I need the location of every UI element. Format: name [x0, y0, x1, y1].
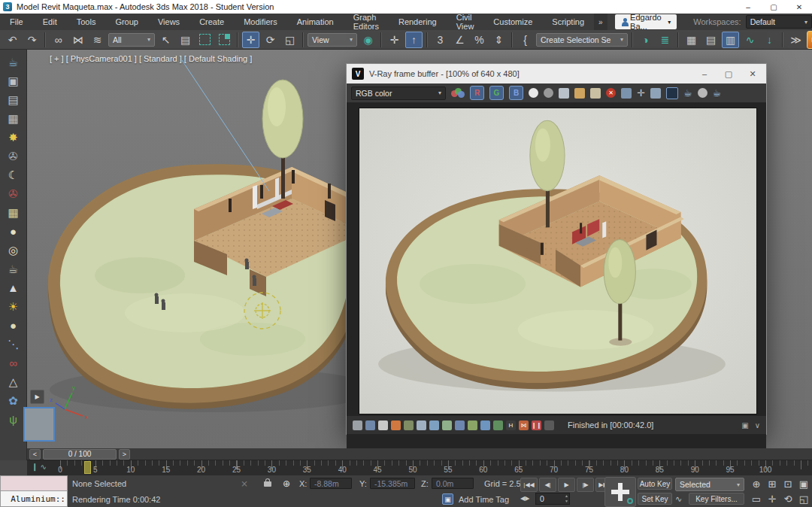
ribbon-toggle[interactable]: ▥ — [722, 32, 739, 48]
menu-item-rendering[interactable]: Rendering — [389, 14, 447, 30]
selection-filter-dropdown[interactable]: All▾ — [108, 33, 155, 47]
vray-frame-buffer-window[interactable]: V V-Ray frame buffer - [100% of 640 x 48… — [346, 63, 767, 435]
vfb-flip-icon[interactable]: ⋈ — [519, 420, 529, 430]
plane-icon[interactable]: ▦ — [2, 203, 25, 222]
bind-to-spacewarp-button[interactable]: ≋ — [89, 32, 106, 48]
mirror-button[interactable]: ◑ — [637, 32, 654, 48]
maximize-button[interactable]: ▢ — [761, 0, 786, 14]
test-sphere-icon[interactable] — [698, 88, 707, 98]
use-pivot-center-button[interactable]: ◉ — [359, 32, 377, 48]
add-time-tag-button[interactable]: Add Time Tag — [459, 495, 509, 504]
orbit-button[interactable]: ⟲ — [780, 492, 795, 506]
film-camera-icon[interactable]: ✇ — [2, 184, 25, 203]
play-button[interactable]: ▶ — [558, 478, 575, 492]
select-and-link-button[interactable]: ∞ — [50, 32, 67, 48]
previous-frame-button[interactable]: ◀| — [539, 478, 556, 492]
auto-key-button[interactable]: Auto Key — [638, 478, 672, 490]
clear-image-button[interactable]: ✕ — [606, 88, 616, 98]
workspace-dropdown[interactable]: Default ▾ — [746, 15, 812, 29]
toolbar-overflow-button[interactable]: ≫ — [787, 32, 804, 48]
unlink-selection-button[interactable]: ⋈ — [69, 32, 86, 48]
render-setup-button[interactable]: ↓ — [761, 32, 778, 48]
vfb-dock-button[interactable]: ▣ — [741, 421, 748, 430]
reference-coordinate-dropdown[interactable]: View▾ — [308, 33, 357, 47]
menu-item-create[interactable]: Create — [189, 14, 234, 30]
select-and-move-button[interactable]: ✛ — [242, 32, 259, 48]
save-image-button[interactable] — [559, 88, 569, 99]
maxscript-mini-listener[interactable] — [0, 475, 68, 491]
sphere-icon[interactable]: ● — [2, 316, 25, 335]
vfb-exposure-icon[interactable] — [391, 420, 401, 430]
menu-item-views[interactable]: Views — [148, 14, 189, 30]
key-filters-button[interactable]: Key Filters... — [689, 493, 744, 505]
menu-item-modifiers[interactable]: Modifiers — [234, 14, 287, 30]
menu-item-edit[interactable]: Edit — [33, 14, 67, 30]
current-frame-field[interactable]: 0 ▲▼ — [535, 493, 570, 505]
vfb-hue-icon[interactable] — [468, 420, 477, 430]
vfb-titlebar[interactable]: V V-Ray frame buffer - [100% of 640 x 48… — [347, 64, 766, 83]
cone-icon[interactable]: ▲ — [2, 278, 25, 297]
schedule-list-icon[interactable]: ▤ — [2, 90, 25, 109]
trackbar-filter-icons[interactable]: ❙∿ — [32, 463, 49, 471]
layer-explorer-toggle[interactable]: ▤ — [702, 32, 720, 48]
pan-button[interactable]: ✛ — [765, 492, 780, 506]
snaps-toggle[interactable]: 3 — [432, 32, 449, 48]
vfb-levels-icon[interactable] — [417, 420, 426, 430]
z-coordinate-field[interactable]: 0.0m — [432, 478, 474, 489]
align-button[interactable]: ≣ — [656, 32, 674, 48]
vfb-expand-button[interactable]: ∨ — [755, 421, 760, 430]
vfb-bloom-icon[interactable] — [480, 420, 490, 430]
select-and-manipulate-button[interactable]: ✛ — [386, 32, 403, 48]
menu-item-scripting[interactable]: Scripting — [542, 14, 594, 30]
toolbar-flyout-button[interactable]: ▶ — [30, 390, 44, 404]
vfb-h-icon[interactable]: H — [506, 420, 516, 430]
menu-item-graph-editors[interactable]: Graph Editors — [344, 14, 389, 30]
named-selection-sets-dropdown[interactable]: Create Selection Se▾ — [536, 33, 628, 47]
redo-button[interactable]: ↷ — [23, 32, 41, 48]
menu-item-group[interactable]: Group — [105, 14, 148, 30]
viewport-label[interactable]: [ + ] [ PhysCamera001 ] [ Standard ] [ D… — [50, 54, 252, 63]
menu-overflow-button[interactable]: » — [594, 14, 607, 30]
next-frame-button[interactable]: |▶ — [577, 478, 594, 492]
absolute-mode-transform-icon[interactable]: ⊕ — [283, 478, 290, 489]
vfb-rendered-image[interactable] — [359, 108, 757, 414]
time-tag-icon[interactable]: ▣ — [442, 493, 453, 505]
previous-frame-step-button[interactable]: < — [29, 449, 41, 460]
user-account-button[interactable]: Edgardo Ba... ▾ — [615, 14, 677, 29]
menu-item-tools[interactable]: Tools — [67, 14, 106, 30]
maximize-viewport-button[interactable]: ◱ — [796, 492, 811, 506]
go-to-start-button[interactable]: |◀◀ — [520, 478, 538, 492]
duplicate-to-host-button[interactable] — [621, 88, 632, 99]
scene-explorer-toggle[interactable]: ▦ — [683, 32, 700, 48]
time-slider-field[interactable]: 0 / 100 — [43, 449, 117, 460]
molecule-icon[interactable]: ∞ — [2, 354, 25, 372]
render-last-button[interactable]: ☕ — [683, 87, 692, 99]
zoom-button[interactable]: ⊕ — [749, 477, 764, 491]
material-sample-slot[interactable] — [23, 407, 55, 442]
region-render-toggle[interactable] — [650, 88, 661, 99]
default-tangents-icon[interactable]: ∿ — [675, 494, 682, 504]
menu-item-animation[interactable]: Animation — [287, 14, 344, 30]
spinner-snap-toggle[interactable]: ⇕ — [490, 32, 508, 48]
zoom-extents-all-button[interactable]: ▣ — [796, 477, 811, 491]
vfb-close-button[interactable]: ✕ — [741, 64, 765, 83]
pixel-aid-button[interactable] — [666, 87, 678, 99]
vfb-save-icon[interactable] — [353, 420, 362, 430]
undo-button[interactable]: ↶ — [4, 32, 21, 48]
vfb-lut-icon[interactable] — [493, 420, 503, 430]
percent-snap-toggle[interactable]: % — [471, 32, 488, 48]
key-mode-dropdown[interactable]: Selected ▾ — [675, 478, 744, 491]
teapot-render-icon[interactable]: ☕ — [2, 53, 25, 71]
vfb-stereo-icon[interactable]: ❙❙ — [532, 420, 541, 430]
frame-spinner[interactable]: ▲▼ — [565, 493, 568, 504]
light-icon[interactable]: ✸ — [2, 128, 25, 147]
zoom-all-button[interactable]: ⊞ — [765, 477, 780, 491]
window-crossing-toggle[interactable] — [216, 32, 233, 48]
vfb-compare-icon[interactable] — [544, 420, 554, 430]
vfb-maximize-button[interactable]: ▢ — [717, 64, 741, 83]
menu-item-customize[interactable]: Customize — [483, 14, 542, 30]
y-coordinate-field[interactable]: -15.385m — [370, 478, 415, 489]
select-by-name-button[interactable]: ▤ — [177, 32, 194, 48]
key-mode-toggle[interactable]: ◀▶ — [520, 495, 529, 502]
angle-snap-toggle[interactable]: ∠ — [451, 32, 468, 48]
